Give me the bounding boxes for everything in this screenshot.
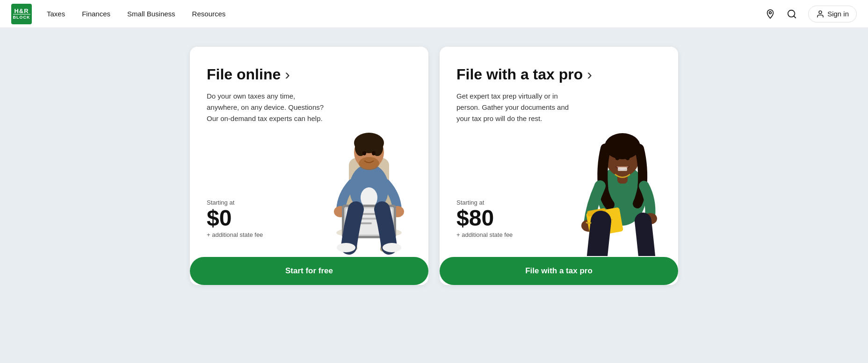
file-online-desc: Do your own taxes any time, anywhere, on… bbox=[207, 91, 328, 124]
logo-block: BLOCK bbox=[13, 14, 30, 20]
svg-point-28 bbox=[337, 243, 355, 252]
svg-rect-36 bbox=[618, 167, 627, 171]
main-content: File online › Do your own taxes any time… bbox=[0, 28, 868, 304]
file-with-pro-desc: Get expert tax prep virtually or in pers… bbox=[456, 91, 578, 124]
file-online-pricing: Starting at $0 + additional state fee bbox=[207, 199, 263, 248]
file-online-card: File online › Do your own taxes any time… bbox=[190, 47, 428, 285]
svg-point-18 bbox=[362, 151, 366, 156]
svg-point-19 bbox=[372, 151, 376, 156]
navbar: H&R BLOCK Taxes Finances Small Business … bbox=[0, 0, 868, 28]
file-with-pro-pricing: Starting at $80 + additional state fee bbox=[456, 199, 513, 248]
file-online-additional-fee: + additional state fee bbox=[207, 231, 263, 238]
file-online-price: $0 bbox=[207, 207, 263, 229]
logo[interactable]: H&R BLOCK bbox=[11, 4, 32, 24]
svg-point-0 bbox=[769, 11, 772, 14]
svg-line-2 bbox=[794, 16, 796, 18]
start-for-free-button[interactable]: Start for free bbox=[190, 257, 428, 285]
search-icon-button[interactable] bbox=[787, 9, 797, 19]
file-with-pro-card: File with a tax pro › Get expert tax pre… bbox=[440, 47, 678, 285]
nav-small-business[interactable]: Small Business bbox=[127, 10, 175, 18]
file-online-starting-at: Starting at bbox=[207, 199, 263, 206]
location-icon bbox=[765, 9, 775, 19]
svg-point-17 bbox=[359, 157, 379, 170]
user-icon bbox=[816, 10, 825, 18]
file-with-tax-pro-button[interactable]: File with a tax pro bbox=[440, 257, 678, 285]
nav-resources[interactable]: Resources bbox=[192, 10, 226, 18]
logo-hr: H&R bbox=[14, 8, 29, 14]
file-with-pro-person-illustration bbox=[573, 97, 673, 258]
svg-point-35 bbox=[626, 156, 630, 160]
search-icon bbox=[787, 9, 797, 19]
file-online-title: File online › bbox=[207, 65, 412, 83]
sign-in-label: Sign in bbox=[827, 10, 849, 18]
nav-links: Taxes Finances Small Business Resources bbox=[47, 10, 765, 18]
file-with-pro-price: $80 bbox=[456, 207, 513, 229]
svg-point-3 bbox=[819, 11, 822, 14]
file-with-pro-title: File with a tax pro › bbox=[456, 65, 661, 83]
nav-taxes[interactable]: Taxes bbox=[47, 10, 65, 18]
file-with-pro-starting-at: Starting at bbox=[456, 199, 513, 206]
sign-in-button[interactable]: Sign in bbox=[808, 6, 857, 22]
svg-point-34 bbox=[615, 156, 620, 160]
file-online-person-illustration bbox=[314, 97, 424, 258]
location-icon-button[interactable] bbox=[765, 9, 775, 19]
file-with-pro-additional-fee: + additional state fee bbox=[456, 231, 513, 238]
svg-point-29 bbox=[383, 243, 401, 252]
nav-right: Sign in bbox=[765, 6, 857, 22]
nav-finances[interactable]: Finances bbox=[82, 10, 110, 18]
